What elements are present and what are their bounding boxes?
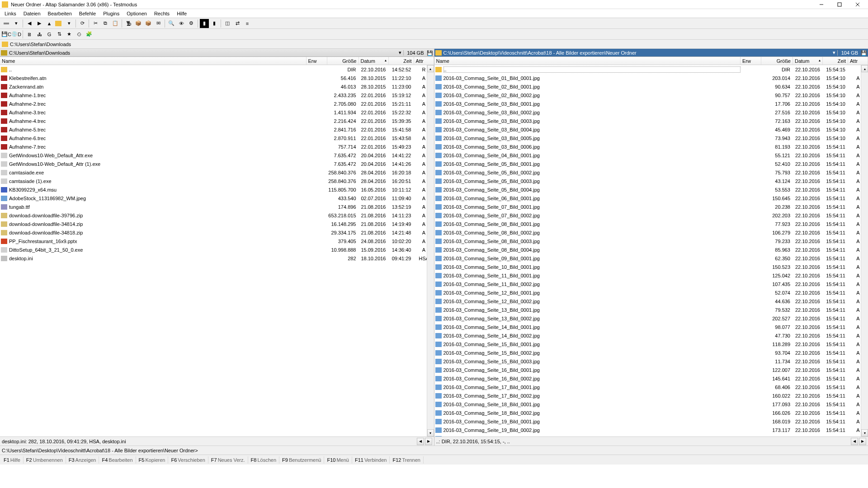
tb-forward-icon[interactable]: ▶ bbox=[35, 19, 44, 28]
col-date[interactable]: Datum▴ bbox=[359, 57, 389, 65]
menu-rechts[interactable]: Rechts bbox=[151, 10, 173, 17]
file-row[interactable]: 2016-03_Commag_Seite_07_Bild_0001.jpg20.… bbox=[434, 202, 868, 211]
file-row[interactable]: camtasiade (1).exe258.840.37628.04.20161… bbox=[0, 177, 434, 185]
tb-props-icon[interactable]: ⚙ bbox=[187, 19, 196, 28]
file-row[interactable]: 2016-03_Commag_Seite_11_Bild_0001.jpg125… bbox=[434, 271, 868, 280]
file-row[interactable]: 2016-03_Commag_Seite_17_Bild_0002.jpg160… bbox=[434, 391, 868, 400]
file-row[interactable]: 2016-03_Commag_Seite_15_Bild_0003.jpg11.… bbox=[434, 357, 868, 366]
file-row[interactable]: 2016-03_Commag_Seite_03_Bild_0001.jpg17.… bbox=[434, 99, 868, 108]
fkey-f2[interactable]: F2Umbenennen bbox=[24, 456, 66, 464]
file-row[interactable]: 2016-03_Commag_Seite_07_Bild_0002.jpg202… bbox=[434, 211, 868, 220]
left-scrollbar[interactable]: ▴ ▾ bbox=[427, 65, 434, 436]
col-size[interactable]: Größe bbox=[327, 57, 359, 65]
fkey-f8[interactable]: F8Löschen bbox=[248, 456, 279, 464]
tb-connect-icon[interactable] bbox=[2, 19, 11, 28]
file-row[interactable]: 2016-03_Commag_Seite_13_Bild_0002.jpg202… bbox=[434, 314, 868, 323]
file-row[interactable]: ..DIR22.10.201614:52:52R bbox=[0, 65, 434, 74]
file-row[interactable]: KB3099229_x64.msu115.805.70016.05.201610… bbox=[0, 185, 434, 194]
tb-pack-icon[interactable]: 📦 bbox=[144, 19, 153, 28]
file-row[interactable]: 2016-03_Commag_Seite_19_Bild_0002.jpg173… bbox=[434, 426, 868, 434]
menu-befehle[interactable]: Befehle bbox=[75, 10, 99, 17]
scroll-up-icon[interactable]: ▴ bbox=[861, 65, 868, 72]
tb-dropdown2-icon[interactable]: ▾ bbox=[65, 19, 74, 28]
fkey-f4[interactable]: F4Bearbeiten bbox=[99, 456, 136, 464]
tb-ftp-icon[interactable]: ⇅ bbox=[55, 30, 64, 39]
tb-cmd-icon[interactable]: ▮ bbox=[200, 19, 209, 28]
drive-c-button[interactable]: 💾C bbox=[2, 30, 11, 39]
left-prev-icon[interactable]: ◀ bbox=[417, 438, 424, 445]
left-path-dropdown-icon[interactable]: ▾ bbox=[397, 50, 403, 56]
right-next-icon[interactable]: ▶ bbox=[859, 438, 866, 445]
left-next-icon[interactable]: ▶ bbox=[425, 438, 432, 445]
file-row[interactable]: Aufnahme-1.trec2.433.23522.01.201615:19:… bbox=[0, 91, 434, 99]
file-row[interactable]: 2016-03_Commag_Seite_03_Bild_0004.jpg45.… bbox=[434, 125, 868, 134]
file-row[interactable]: 2016-03_Commag_Seite_03_Bild_0005.jpg73.… bbox=[434, 134, 868, 142]
file-row[interactable]: 2016-03_Commag_Seite_04_Bild_0001.jpg55.… bbox=[434, 151, 868, 160]
right-scrollbar[interactable]: ▴ ▾ bbox=[861, 65, 868, 436]
file-row[interactable]: download-downloadfile-39796.zip653.218.0… bbox=[0, 211, 434, 220]
tb-extract-icon[interactable]: 📦 bbox=[134, 19, 143, 28]
scroll-down-icon[interactable]: ▾ bbox=[427, 429, 434, 436]
file-row[interactable]: 2016-03_Commag_Seite_16_Bild_0001.jpg122… bbox=[434, 366, 868, 374]
file-row[interactable]: 2016-03_Commag_Seite_13_Bild_0001.jpg79.… bbox=[434, 305, 868, 314]
left-file-list[interactable]: ..DIR22.10.201614:52:52RKlebestreifen.at… bbox=[0, 65, 434, 436]
tb-mail-icon[interactable]: ✉ bbox=[154, 19, 163, 28]
file-row[interactable]: 2016-03_Commag_Seite_08_Bild_0003.jpg79.… bbox=[434, 237, 868, 245]
file-row[interactable]: 2016-03_Commag_Seite_09_Bild_0001.jpg62.… bbox=[434, 254, 868, 263]
tb-archive-icon[interactable]: 🗜 bbox=[124, 19, 133, 28]
col-ext[interactable]: Erw bbox=[741, 57, 761, 65]
tb-cut-icon[interactable]: ✂ bbox=[91, 19, 100, 28]
fkey-f3[interactable]: F3Anzeigen bbox=[66, 456, 99, 464]
col-time[interactable]: Zeit bbox=[389, 57, 414, 65]
file-row[interactable]: 2016-03_Commag_Seite_12_Bild_0002.jpg44.… bbox=[434, 297, 868, 305]
tb-copy-icon[interactable]: ⧉ bbox=[101, 19, 110, 28]
file-row[interactable]: Aufnahme-6.trec2.870.91122.01.201615:43:… bbox=[0, 134, 434, 142]
file-row[interactable]: ..DIR22.10.201615:54:15 bbox=[434, 65, 868, 74]
file-row[interactable]: Zackenrand.atn46.01328.10.201511:23:00A bbox=[0, 82, 434, 91]
fkey-f7[interactable]: F7Neues Verz. bbox=[208, 456, 248, 464]
file-row[interactable]: DittoSetup_64bit_3_21_50_0.exe10.998.888… bbox=[0, 245, 434, 254]
file-row[interactable]: Aufnahme-4.trec2.216.42422.01.201615:39:… bbox=[0, 117, 434, 125]
file-row[interactable]: PP_Fischrestaurant_16x9.pptx379.40524.08… bbox=[0, 237, 434, 245]
minimize-button[interactable] bbox=[813, 0, 830, 9]
col-name[interactable]: Name bbox=[434, 57, 741, 65]
menu-hilfe[interactable]: Hilfe bbox=[173, 10, 190, 17]
file-row[interactable]: 2016-03_Commag_Seite_18_Bild_0001.jpg177… bbox=[434, 400, 868, 408]
scroll-up-icon[interactable]: ▴ bbox=[427, 65, 434, 72]
fkey-f12[interactable]: F12Trennen bbox=[390, 456, 424, 464]
file-row[interactable]: desktop.ini28218.10.201609:41:29HSA bbox=[0, 254, 434, 263]
file-row[interactable]: 2016-03_Commag_Seite_14_Bild_0002.jpg47.… bbox=[434, 331, 868, 340]
file-row[interactable]: camtasiade.exe258.840.37628.04.201616:20… bbox=[0, 168, 434, 177]
drive-d-button[interactable]: 💿D bbox=[12, 30, 21, 39]
file-row[interactable]: Aufnahme-3.trec1.411.93422.01.201615:22:… bbox=[0, 108, 434, 117]
tb-equal-icon[interactable]: ≡ bbox=[243, 19, 252, 28]
file-row[interactable]: Aufnahme-7.trec757.71422.01.201615:49:23… bbox=[0, 142, 434, 151]
file-row[interactable]: 2016-03_Commag_Seite_02_Bild_0001.jpg90.… bbox=[434, 82, 868, 91]
file-row[interactable]: 2016-03_Commag_Seite_05_Bild_0001.jpg52.… bbox=[434, 160, 868, 168]
tb-google-icon[interactable]: G bbox=[45, 30, 54, 39]
close-button[interactable] bbox=[849, 0, 866, 9]
fkey-f11[interactable]: F11Verbinden bbox=[352, 456, 390, 464]
file-row[interactable]: 2016-03_Commag_Seite_12_Bild_0001.jpg52.… bbox=[434, 288, 868, 297]
col-name[interactable]: Name bbox=[0, 57, 307, 65]
right-path-dropdown-icon[interactable]: ▾ bbox=[831, 50, 837, 56]
file-row[interactable]: Aufnahme-5.trec2.841.71622.01.201615:41:… bbox=[0, 125, 434, 134]
file-row[interactable]: 2016-03_Commag_Seite_11_Bild_0002.jpg107… bbox=[434, 280, 868, 288]
file-row[interactable]: 2016-03_Commag_Seite_15_Bild_0001.jpg118… bbox=[434, 340, 868, 348]
tb-fav-icon[interactable]: ★ bbox=[65, 30, 74, 39]
tb-refresh-icon[interactable]: ⟳ bbox=[78, 19, 87, 28]
file-row[interactable]: 2016-03_Commag_Seite_20_Bild_0001.jpg180… bbox=[434, 434, 868, 436]
col-time[interactable]: Zeit bbox=[823, 57, 848, 65]
file-row[interactable]: 2016-03_Commag_Seite_03_Bild_0003.jpg72.… bbox=[434, 117, 868, 125]
command-line[interactable]: C:\Users\Stefan\Desktop\Videoschnitt\Acr… bbox=[0, 446, 868, 455]
menu-bearbeiten[interactable]: Bearbeiten bbox=[44, 10, 75, 17]
tb-swap-icon[interactable]: ⇄ bbox=[233, 19, 242, 28]
file-row[interactable]: 2016-03_Commag_Seite_05_Bild_0004.jpg53.… bbox=[434, 185, 868, 194]
file-row[interactable]: 2016-03_Commag_Seite_10_Bild_0001.jpg150… bbox=[434, 263, 868, 271]
file-row[interactable]: 2016-03_Commag_Seite_06_Bild_0001.jpg150… bbox=[434, 194, 868, 202]
tb-folder-icon[interactable] bbox=[55, 19, 64, 28]
menu-dateien[interactable]: Dateien bbox=[20, 10, 44, 17]
file-row[interactable]: 2016-03_Commag_Seite_08_Bild_0002.jpg106… bbox=[434, 228, 868, 237]
file-row[interactable]: 2016-03_Commag_Seite_03_Bild_0006.jpg81.… bbox=[434, 142, 868, 151]
file-row[interactable]: 2016-03_Commag_Seite_01_Bild_0001.jpg203… bbox=[434, 74, 868, 82]
